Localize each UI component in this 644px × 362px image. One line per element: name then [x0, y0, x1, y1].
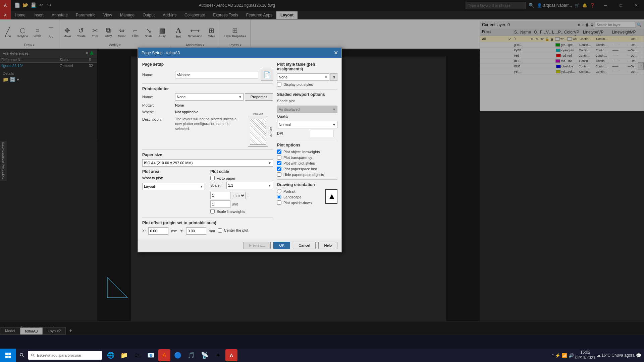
plot-obj-lw-checkbox[interactable] [277, 149, 281, 154]
paper-preview-container: 210 MM 297 MM [248, 117, 273, 147]
windows-logo [5, 353, 11, 358]
paper-dim-right: 297 MM [268, 117, 273, 147]
dpi-input[interactable] [310, 130, 333, 137]
taskbar-store-icon[interactable]: 🛍 [131, 349, 144, 361]
center-plot-label: Center the plot [224, 228, 248, 232]
what-to-plot-dropdown[interactable]: Layout ▼ [142, 183, 205, 190]
quality-label: Quality [277, 114, 307, 118]
plotter-value: None [175, 103, 184, 107]
paper-size-dropdown[interactable]: ISO A4 (210.00 x 297.00 MM) ▼ [142, 159, 273, 167]
scale-lineweights-label: Scale lineweights [217, 209, 245, 214]
hide-paperspace-checkbox[interactable] [277, 172, 281, 177]
help-btn[interactable]: Help [318, 242, 337, 249]
scale-unit2-label: unit [232, 202, 238, 206]
page-setup-dialog: Page Setup - folhaA3 ✕ Page setup Name: … [138, 47, 342, 252]
svg-rect-3 [5, 356, 8, 358]
taskbar-chrome-icon[interactable]: 🔵 [172, 349, 184, 361]
cancel-btn[interactable]: Cancel [293, 242, 316, 249]
shaded-viewport-title: Shaded viewport options [277, 92, 337, 97]
taskbar-mail-icon[interactable]: 📧 [145, 349, 157, 361]
systray-wifi[interactable]: 📶 [562, 353, 567, 358]
scale-dropdown[interactable]: 1:1 ▼ [226, 182, 273, 189]
printer-dropdown-arrow: ▼ [237, 95, 243, 99]
fit-to-paper-checkbox[interactable] [210, 176, 215, 180]
display-plot-styles-checkbox[interactable] [277, 82, 281, 86]
plot-upside-down-checkbox[interactable] [277, 200, 281, 205]
plot-transparency-label: Plot transparency [283, 156, 312, 160]
taskbar-ai-icon[interactable]: ✦ [212, 349, 224, 361]
svg-line-8 [33, 356, 35, 357]
weather-icon: ☁ [597, 353, 601, 358]
scale-val1-input[interactable] [210, 192, 230, 199]
sep-right1 [277, 89, 337, 89]
taskbar-autocad-icon[interactable]: A [158, 349, 170, 361]
taskbar-acad2-icon[interactable]: A [225, 349, 237, 361]
scale-val2-input[interactable] [210, 200, 230, 208]
quality-dropdown[interactable]: Normal ▼ [277, 121, 337, 128]
paper-size-title: Paper size [142, 153, 273, 157]
dialog-main-content: Page setup Name: 📄 Printer/plotter Name:… [142, 62, 337, 235]
taskbar-spotify-icon[interactable]: 🎵 [185, 349, 197, 361]
landscape-label: Landscape [283, 195, 302, 199]
portrait-label: Portrait [283, 189, 295, 193]
dialog-right-col: Plot style table (pen assignments) None … [277, 62, 337, 235]
plot-paperspace-last-checkbox[interactable] [277, 167, 281, 171]
y-input[interactable] [186, 227, 206, 235]
plot-style-dropdown[interactable]: None ▼ [277, 73, 329, 81]
where-value: Not applicable [175, 110, 199, 114]
center-plot-checkbox[interactable] [218, 228, 222, 233]
taskbar-systray: ^ ⚡ 📶 🔊 15:02 02/11/2021 ☁ 16°C Chuva ag… [549, 350, 644, 360]
drawing-orientation-title: Drawing orientation [277, 182, 337, 187]
scale-unit1-select[interactable]: mm [232, 192, 246, 199]
taskbar-search-box[interactable]: Escreva aqui para procurar [28, 351, 102, 360]
landscape-radio[interactable] [277, 195, 281, 199]
landscape-arrow-icon: ▶ [328, 194, 335, 199]
systray-datetime[interactable]: 15:02 02/11/2021 [575, 350, 595, 360]
systray-1[interactable]: ⚡ [555, 353, 560, 358]
dialog-footer: Preview... OK Cancel Help [138, 239, 341, 252]
taskbar-search-btn[interactable] [16, 349, 28, 361]
scale-lineweights-checkbox[interactable] [210, 209, 215, 214]
taskbar-explorer-icon[interactable]: 📁 [118, 349, 130, 361]
what-to-plot-arrow: ▼ [199, 185, 205, 188]
notification-icon[interactable]: 💬 [636, 353, 641, 358]
printer-dropdown[interactable]: None ▼ [175, 93, 244, 101]
plot-with-styles-checkbox[interactable] [277, 161, 281, 165]
page-setup-name-label: Name: [142, 73, 172, 77]
fit-to-paper-row: Fit to paper [210, 176, 273, 180]
dialog-left-col: Page setup Name: 📄 Printer/plotter Name:… [142, 62, 273, 235]
y-unit: mm [209, 229, 215, 233]
quality-row: Quality [277, 114, 337, 118]
dialog-title-text: Page Setup - folhaA3 [142, 51, 180, 55]
plot-style-properties-btn[interactable]: ⚙ [330, 73, 337, 81]
systray-volume[interactable]: 🔊 [569, 353, 574, 358]
taskbar-filezilla-icon[interactable]: 📡 [199, 349, 211, 361]
taskbar-edge-icon[interactable]: 🌐 [105, 349, 117, 361]
portrait-radio[interactable] [277, 189, 281, 193]
paper-preview-inner [250, 119, 266, 145]
plotter-row: Plotter: None [142, 103, 273, 107]
paper-dim-top: 210 MM [248, 113, 268, 116]
plot-obj-lw-row: Plot object lineweights [277, 149, 337, 154]
dialog-close-btn[interactable]: ✕ [334, 50, 338, 56]
start-btn[interactable] [0, 349, 16, 362]
scale-row: Scale: 1:1 ▼ [210, 182, 273, 189]
systray-up-icon[interactable]: ^ [552, 353, 554, 357]
plot-transparency-checkbox[interactable] [277, 155, 281, 160]
ok-btn[interactable]: OK [273, 242, 290, 249]
properties-btn[interactable]: Properties [245, 93, 273, 101]
svg-point-7 [32, 354, 34, 356]
paper-size-value: ISO A4 (210.00 x 297.00 MM) [143, 161, 267, 165]
scale-row2: unit [210, 200, 273, 208]
dwg-icon[interactable]: 📄 [261, 69, 273, 81]
svg-rect-1 [5, 353, 8, 355]
weather-widget: ☁ 16°C Chuva agora [597, 353, 635, 358]
dialog-body: Page setup Name: 📄 Printer/plotter Name:… [138, 58, 341, 239]
page-setup-name-input[interactable] [175, 71, 258, 78]
x-input[interactable] [148, 227, 168, 235]
svg-rect-4 [8, 356, 11, 358]
preview-btn[interactable]: Preview... [244, 242, 271, 249]
taskbar-search-icon [19, 353, 25, 358]
printer-value: None [175, 95, 237, 99]
plot-options-title: Plot options [277, 143, 337, 147]
